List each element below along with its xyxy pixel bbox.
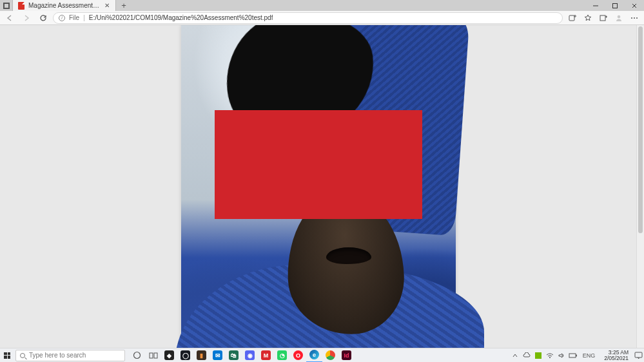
svg-rect-17: [154, 353, 157, 358]
tray-volume[interactable]: [557, 352, 566, 359]
svg-rect-16: [150, 353, 153, 358]
svg-rect-21: [576, 354, 577, 356]
arrow-right-icon: [23, 14, 30, 22]
new-tab-button[interactable]: +: [116, 0, 132, 11]
mail-icon: ✉: [213, 350, 222, 360]
taskbar-cortana[interactable]: [129, 348, 145, 363]
taskbar-app-edge[interactable]: e: [306, 348, 322, 363]
opera-icon: O: [293, 350, 303, 360]
taskbar-app-store[interactable]: 🛍: [226, 348, 242, 363]
forward-button[interactable]: [19, 11, 34, 25]
profile-icon: [614, 14, 623, 23]
edge-icon: e: [309, 350, 319, 359]
chrome-icon: [326, 350, 335, 360]
taskbar-app-whatsapp[interactable]: ◔: [274, 348, 290, 363]
system-tray: ENG: [508, 352, 601, 359]
star-icon: [583, 14, 592, 23]
svg-rect-1: [5, 4, 8, 8]
taskbar-app-brave[interactable]: ▮: [193, 348, 210, 363]
svg-point-15: [134, 352, 141, 359]
unity-icon: ◆: [164, 350, 174, 360]
whatsapp-icon: ◔: [277, 350, 287, 360]
taskbar-app-unity[interactable]: ◆: [161, 348, 177, 363]
store-icon: 🛍: [229, 350, 239, 360]
wifi-icon: [546, 352, 554, 359]
svg-point-7: [574, 15, 576, 17]
pdf-viewer[interactable]: [0, 25, 636, 348]
svg-point-12: [631, 17, 632, 19]
window-minimize-button[interactable]: [586, 0, 605, 11]
taskbar-app-chrome[interactable]: [322, 348, 338, 363]
svg-rect-8: [600, 15, 605, 21]
pdf-page: [181, 25, 456, 348]
url-field[interactable]: i File | E:/Uni%202021/COM109/Magazine%2…: [53, 12, 563, 24]
favorites-button[interactable]: [581, 11, 595, 25]
indesign-icon: Id: [342, 350, 351, 360]
tab-title: Magazine Assessment test.pdf: [28, 2, 100, 9]
arrow-left-icon: [6, 14, 14, 22]
taskbar-app-mega[interactable]: M: [258, 348, 274, 363]
pdf-icon: [18, 2, 24, 10]
taskbar-app-indesign[interactable]: Id: [338, 348, 355, 363]
taskbar-search[interactable]: Type here to search: [15, 350, 125, 361]
refresh-button[interactable]: [36, 11, 50, 25]
address-bar: i File | E:/Uni%202021/COM109/Magazine%2…: [0, 11, 644, 25]
tray-battery[interactable]: [569, 353, 578, 358]
clock-date: 2/05/2021: [604, 356, 629, 361]
scrollbar-thumb[interactable]: [638, 26, 643, 233]
collections-icon: [599, 14, 608, 23]
url-scheme: File: [69, 14, 79, 21]
svg-rect-22: [635, 352, 642, 357]
battery-icon: [569, 353, 578, 358]
window-close-button[interactable]: [625, 0, 644, 11]
search-placeholder: Type here to search: [29, 352, 86, 359]
svg-rect-20: [569, 354, 576, 357]
url-path: E:/Uni%202021/COM109/Magazine%20Assessme…: [89, 14, 273, 21]
svg-rect-3: [613, 3, 618, 8]
browser-tab[interactable]: Magazine Assessment test.pdf ✕: [13, 0, 116, 11]
discord-icon: ◉: [245, 350, 255, 360]
brave-icon: ▮: [197, 350, 206, 360]
titlebar-drag-area[interactable]: [132, 0, 586, 11]
taskbar-app-opera[interactable]: O: [290, 348, 306, 363]
tray-nvidia[interactable]: [534, 352, 543, 359]
profile-button[interactable]: [612, 11, 626, 25]
svg-point-19: [549, 357, 551, 358]
vertical-scrollbar[interactable]: [636, 25, 644, 348]
start-button[interactable]: [0, 348, 14, 363]
taskbar-app-steam[interactable]: ◯: [177, 348, 193, 363]
svg-point-11: [618, 15, 621, 18]
tab-close-button[interactable]: ✕: [104, 3, 110, 9]
taskbar-apps: ◆ ◯ ▮ ✉ 🛍 ◉ M ◔ O e Id: [129, 348, 355, 363]
read-aloud-icon: [568, 14, 577, 23]
nvidia-icon: [535, 352, 542, 359]
menu-button[interactable]: [627, 11, 641, 25]
svg-rect-6: [569, 15, 574, 21]
read-aloud-button[interactable]: [565, 11, 580, 25]
action-center-button[interactable]: [632, 348, 644, 363]
tray-language[interactable]: ENG: [580, 352, 598, 359]
taskbar-clock[interactable]: 3:25 AM 2/05/2021: [600, 350, 632, 361]
tray-onedrive[interactable]: [522, 352, 531, 359]
toolbar-right: [565, 11, 641, 25]
svg-point-14: [636, 17, 638, 19]
window-maximize-button[interactable]: [605, 0, 625, 11]
volume-icon: [558, 352, 565, 359]
circle-icon: [133, 351, 141, 359]
window-titlebar: Magazine Assessment test.pdf ✕ +: [0, 0, 644, 11]
taskbar: Type here to search ◆ ◯ ▮ ✉ 🛍 ◉ M ◔ O e …: [0, 348, 644, 362]
minimize-icon: [592, 3, 599, 9]
taskbar-app-mail[interactable]: ✉: [210, 348, 226, 363]
svg-rect-18: [535, 352, 542, 359]
info-icon[interactable]: i: [59, 15, 65, 21]
back-button[interactable]: [3, 11, 17, 25]
maximize-icon: [612, 3, 618, 9]
magazine-red-block: [215, 110, 422, 219]
url-separator: |: [83, 14, 85, 21]
search-icon: [20, 353, 25, 358]
taskbar-app-discord[interactable]: ◉: [242, 348, 258, 363]
tray-chevron-up[interactable]: [511, 353, 520, 358]
collections-button[interactable]: [596, 11, 610, 25]
taskbar-taskview[interactable]: [145, 348, 161, 363]
tray-wifi[interactable]: [545, 352, 554, 359]
